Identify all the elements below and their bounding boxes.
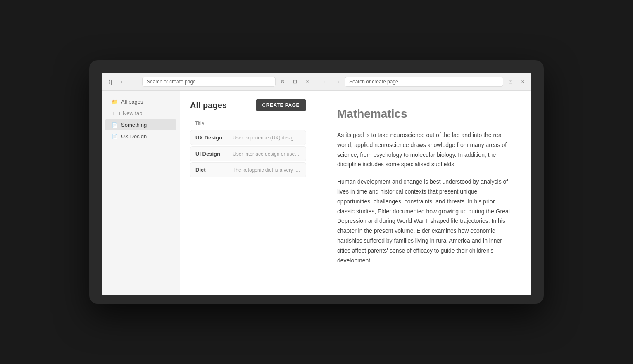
plus-icon: + xyxy=(112,110,115,116)
doc-icon-ux: 📄 xyxy=(112,134,118,139)
right-address-bar: Searcn or create page xyxy=(345,77,503,87)
math-paragraph-0: As its goal is to take neuroscience out … xyxy=(337,130,511,170)
math-inner: Mathematics As its goal is to take neuro… xyxy=(316,91,531,289)
all-pages-title: All pages xyxy=(190,101,227,110)
page-icon-right: ⊡ xyxy=(508,79,512,85)
page-row-desc-2: The ketogenic diet is a very low carb, h… xyxy=(233,167,301,173)
all-pages-header: All pages CREATE PAGE xyxy=(190,99,306,111)
math-title: Mathematics xyxy=(337,107,511,121)
sidebar-collapse-btn[interactable]: ⟨| xyxy=(105,76,116,87)
left-toolbar: ⟨| ← → Searcn or create page ↻ xyxy=(102,73,316,90)
all-pages-content: All pages CREATE PAGE Title UX Design Us… xyxy=(180,91,316,187)
right-page-btn[interactable]: ⊡ xyxy=(505,76,516,87)
left-forward-btn[interactable]: → xyxy=(130,76,140,87)
page-icon: ⊡ xyxy=(293,79,297,85)
page-row-desc-0: User experience (UX) design is the proce… xyxy=(233,135,301,141)
forward-icon-right: → xyxy=(335,79,340,85)
left-close-btn[interactable]: × xyxy=(302,76,313,87)
table-row[interactable]: UX Design User experience (UX) design is… xyxy=(190,130,306,145)
left-back-btn[interactable]: ← xyxy=(117,76,128,87)
right-back-btn[interactable]: ← xyxy=(320,76,331,87)
sidebar-item-new-tab[interactable]: + + New tab xyxy=(105,108,176,119)
left-address-bar: Searcn or create page xyxy=(142,77,276,87)
right-toolbar: ← → Searcn or create page ⊡ × xyxy=(316,73,531,90)
page-list-area: All pages CREATE PAGE Title UX Design Us… xyxy=(180,91,316,295)
left-address-text: Searcn or create page xyxy=(147,79,196,85)
math-content-area: Mathematics As its goal is to take neuro… xyxy=(316,91,531,295)
sidebar-item-something[interactable]: 📄 Something xyxy=(105,119,176,130)
back-icon-right: ← xyxy=(323,79,328,85)
page-row-title-0: UX Design xyxy=(195,135,228,141)
sidebar: 📁 All pages + + New tab 📄 Something xyxy=(102,91,180,295)
table-row[interactable]: Diet The ketogenic diet is a very low ca… xyxy=(190,162,306,177)
page-row-title-1: UI Design xyxy=(195,151,228,157)
page-row-title-2: Diet xyxy=(195,167,228,173)
left-page-btn[interactable]: ⊡ xyxy=(290,76,300,87)
table-header-title: Title xyxy=(190,118,306,129)
close-icon-right: × xyxy=(521,79,524,85)
left-reload-btn[interactable]: ↻ xyxy=(277,76,288,87)
sidebar-item-ux-design[interactable]: 📄 UX Design xyxy=(105,131,176,142)
doc-icon-something: 📄 xyxy=(112,122,118,128)
math-paragraph-1: Human development and change is best und… xyxy=(337,177,511,265)
ux-design-label: UX Design xyxy=(121,133,147,139)
new-tab-label: + New tab xyxy=(118,110,143,116)
right-close-btn[interactable]: × xyxy=(517,76,528,87)
right-forward-btn[interactable]: → xyxy=(332,76,343,87)
forward-icon: → xyxy=(133,79,138,85)
sidebar-item-all-pages[interactable]: 📁 All pages xyxy=(105,96,176,107)
sidebar-all-pages-label: All pages xyxy=(121,99,143,105)
create-page-button[interactable]: CREATE PAGE xyxy=(256,99,306,111)
close-icon: × xyxy=(306,79,309,85)
dual-toolbar: ⟨| ← → Searcn or create page ↻ xyxy=(102,73,531,91)
reload-icon: ↻ xyxy=(281,79,285,85)
collapse-icon: ⟨| xyxy=(109,79,112,85)
right-address-text: Searcn or create page xyxy=(349,79,398,85)
table-row[interactable]: UI Design User interface design or user … xyxy=(190,146,306,161)
pages-table: Title UX Design User experience (UX) des… xyxy=(190,118,306,177)
back-icon: ← xyxy=(120,79,125,85)
folder-icon: 📁 xyxy=(112,99,118,105)
page-row-desc-1: User interface design or user interface … xyxy=(233,151,301,157)
something-label: Something xyxy=(121,122,147,128)
